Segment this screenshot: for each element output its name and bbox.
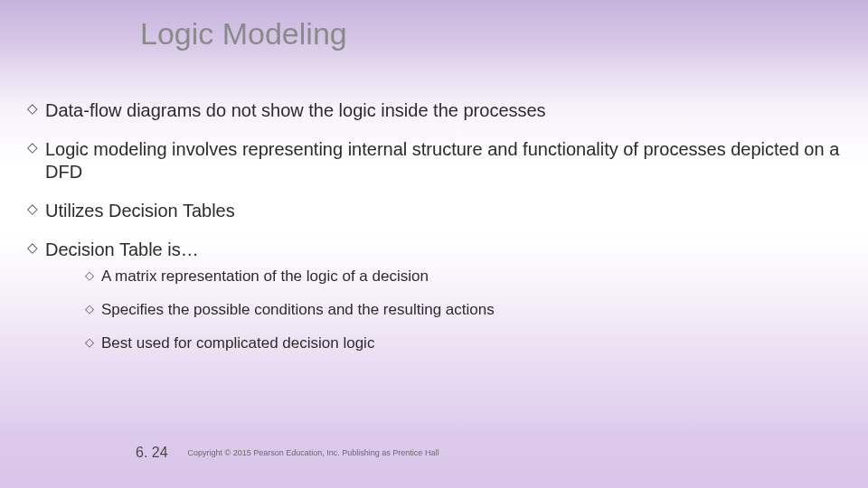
page-number: 6. 24: [136, 445, 168, 461]
bullet-item: Logic modeling involves representing int…: [27, 138, 841, 183]
bullet-text: Decision Table is…: [45, 239, 199, 259]
slide-content: Data-flow diagrams do not show the logic…: [27, 99, 841, 371]
sub-bullet-item: Specifies the possible conditions and th…: [85, 300, 841, 321]
sub-bullet-list: A matrix representation of the logic of …: [85, 267, 841, 354]
sub-bullet-item: Best used for complicated decision logic: [85, 333, 841, 354]
bullet-item: Decision Table is… A matrix representati…: [27, 239, 841, 354]
sub-bullet-item: A matrix representation of the logic of …: [85, 267, 841, 287]
copyright-text: Copyright © 2015 Pearson Education, Inc.…: [188, 448, 439, 457]
slide-title: Logic Modeling: [140, 16, 347, 52]
bullet-item: Data-flow diagrams do not show the logic…: [27, 99, 841, 122]
slide-footer: 6. 24 Copyright © 2015 Pearson Education…: [136, 445, 439, 461]
bullet-item: Utilizes Decision Tables: [27, 200, 841, 222]
